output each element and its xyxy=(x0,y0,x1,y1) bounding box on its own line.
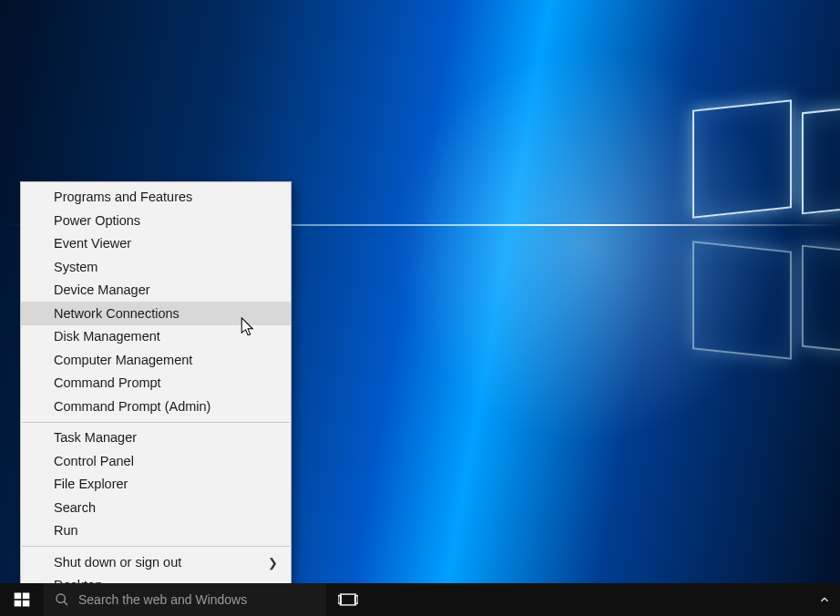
svg-rect-6 xyxy=(341,594,356,605)
menu-item-label: Search xyxy=(54,500,96,515)
menu-item-search[interactable]: Search xyxy=(21,496,291,519)
menu-item-label: System xyxy=(54,260,97,274)
menu-item-file-explorer[interactable]: File Explorer xyxy=(21,473,291,497)
menu-item-label: Device Manager xyxy=(54,282,150,297)
menu-item-label: Programs and Features xyxy=(54,190,192,204)
svg-rect-3 xyxy=(23,601,30,607)
menu-item-label: Command Prompt xyxy=(54,375,161,390)
menu-item-label: Power Options xyxy=(54,213,140,228)
menu-item-label: Shut down or sign out xyxy=(54,555,181,570)
menu-item-power-options[interactable]: Power Options xyxy=(21,209,291,232)
taskbar: Search the web and Windows xyxy=(0,583,840,616)
search-icon xyxy=(55,592,69,607)
system-tray xyxy=(809,583,840,616)
svg-line-5 xyxy=(64,601,67,605)
menu-separator xyxy=(22,422,290,423)
svg-rect-0 xyxy=(15,593,22,600)
menu-item-label: Task Manager xyxy=(54,430,137,445)
menu-item-system[interactable]: System xyxy=(21,255,291,279)
menu-item-computer-management[interactable]: Computer Management xyxy=(21,348,291,372)
menu-item-label: Control Panel xyxy=(54,454,134,468)
menu-separator xyxy=(22,546,290,547)
menu-item-label: Computer Management xyxy=(54,353,192,367)
menu-item-label: File Explorer xyxy=(54,477,128,491)
menu-item-label: Command Prompt (Admin) xyxy=(54,399,210,414)
menu-item-label: Event Viewer xyxy=(54,236,131,251)
start-button[interactable] xyxy=(0,583,44,616)
winx-context-menu: Programs and FeaturesPower OptionsEvent … xyxy=(20,181,292,602)
menu-item-disk-management[interactable]: Disk Management xyxy=(21,325,291,349)
taskbar-search[interactable]: Search the web and Windows xyxy=(44,583,326,616)
menu-item-programs-and-features[interactable]: Programs and Features xyxy=(21,186,291,210)
windows-logo-icon xyxy=(13,590,31,609)
tray-overflow-button[interactable] xyxy=(809,583,840,616)
menu-item-label: Run xyxy=(54,523,78,538)
svg-rect-7 xyxy=(338,596,341,603)
menu-item-shut-down-or-sign-out[interactable]: Shut down or sign out❯ xyxy=(21,550,291,574)
menu-item-label: Disk Management xyxy=(54,329,160,344)
menu-item-command-prompt-admin[interactable]: Command Prompt (Admin) xyxy=(21,395,291,418)
chevron-up-icon xyxy=(818,593,831,606)
task-view-icon xyxy=(338,591,358,608)
menu-item-control-panel[interactable]: Control Panel xyxy=(21,449,291,473)
task-view-button[interactable] xyxy=(326,583,370,616)
svg-rect-2 xyxy=(15,601,22,607)
menu-item-task-manager[interactable]: Task Manager xyxy=(21,426,291,450)
svg-point-4 xyxy=(56,594,65,602)
menu-item-label: Network Connections xyxy=(54,306,179,321)
menu-item-device-manager[interactable]: Device Manager xyxy=(21,279,291,303)
svg-rect-1 xyxy=(23,593,30,600)
taskbar-search-placeholder: Search the web and Windows xyxy=(78,592,247,607)
svg-rect-8 xyxy=(355,596,358,603)
menu-item-run[interactable]: Run xyxy=(21,519,291,543)
chevron-right-icon: ❯ xyxy=(268,555,278,569)
menu-item-command-prompt[interactable]: Command Prompt xyxy=(21,372,291,395)
menu-item-network-connections[interactable]: Network Connections xyxy=(21,302,291,325)
menu-item-event-viewer[interactable]: Event Viewer xyxy=(21,232,291,256)
